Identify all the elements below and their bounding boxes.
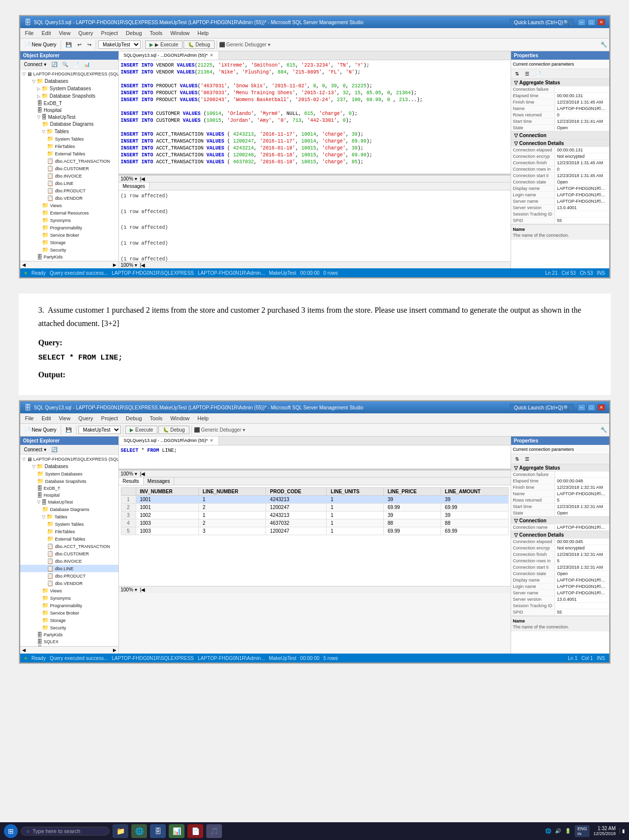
tree-server-2[interactable]: ▽ 🖥 LAPTOP-FHDG0N1R\SQLEXPRESS (SQL Serv… xyxy=(20,456,118,463)
menu-edit-1[interactable]: Edit xyxy=(38,29,54,37)
tree-db-diagrams[interactable]: 📁 Database Diagrams xyxy=(20,120,118,128)
menu-window-1[interactable]: Window xyxy=(167,29,192,37)
menu-tools-2[interactable]: Tools xyxy=(147,414,166,422)
connect-btn[interactable]: Connect ▾ xyxy=(22,61,48,68)
tree-exdb-2[interactable]: 🗄ExDB_T xyxy=(20,485,118,492)
tree-sec-db-2[interactable]: 📁Security xyxy=(20,624,118,631)
conn-details-header[interactable]: ▽ Connection Details xyxy=(511,140,609,147)
messages-tab-1[interactable]: Messages xyxy=(119,183,150,190)
tab-close-2[interactable]: ✕ xyxy=(210,438,214,443)
query-tab-2[interactable]: SQLQuery13.sql - ...DGON1R\Admin (55)* ✕ xyxy=(119,437,220,445)
menu-view-1[interactable]: View xyxy=(56,29,74,37)
menu-tools-1[interactable]: Tools xyxy=(147,29,166,37)
tree-synonyms-2[interactable]: 📁Synonyms xyxy=(20,594,118,602)
tree-file-t-2[interactable]: 📁FileTables xyxy=(20,528,118,535)
toolbar-save-2[interactable]: 💾 xyxy=(63,426,74,434)
debug-btn-1[interactable]: 🐛 Debug xyxy=(184,40,214,49)
taskbar-search[interactable]: ○ Type here to search xyxy=(21,827,110,836)
minimize-btn-2[interactable]: ─ xyxy=(578,404,586,411)
tree-tables[interactable]: ▽ 📁 Tables xyxy=(20,128,118,135)
taskbar-app-acrobat[interactable]: 📄 xyxy=(187,824,203,838)
prop-sort-btn-2[interactable]: ⇅ xyxy=(513,455,521,463)
tree-file-tables[interactable]: 📁 FileTables xyxy=(20,143,118,150)
tree-sys-dbs-2[interactable]: 📁System Databases xyxy=(20,470,118,477)
menu-project-2[interactable]: Project xyxy=(98,414,121,422)
conn-group-header-2[interactable]: ▽ Connection xyxy=(511,517,609,524)
database-selector-2[interactable]: MakeUpTest xyxy=(78,426,121,434)
close-btn-1[interactable]: ✕ xyxy=(597,19,605,26)
tree-prod-2[interactable]: 📋dbo.PRODUCT xyxy=(20,572,118,580)
menu-project-1[interactable]: Project xyxy=(98,29,121,37)
menu-query-2[interactable]: Query xyxy=(75,414,96,422)
tree-databases[interactable]: ▽ 📁 Databases xyxy=(20,77,118,85)
close-btn-2[interactable]: ✕ xyxy=(597,404,605,411)
sql-editor-2[interactable]: SELECT * FROM LINE; xyxy=(119,445,511,470)
tree-storage-2[interactable]: 📁Storage xyxy=(20,617,118,624)
conn-details-header-2[interactable]: ▽ Connection Details xyxy=(511,531,609,539)
taskbar-show-desktop[interactable]: ▮ xyxy=(620,828,625,834)
prop-cat-btn[interactable]: ☰ xyxy=(523,70,531,77)
query-tab-1[interactable]: SQLQuery13.sql - ...DGON1R\Admin (55)* ✕ xyxy=(119,51,220,60)
tree-hospital[interactable]: 🗄 Hospital xyxy=(20,107,118,113)
menu-file-2[interactable]: File xyxy=(22,414,37,422)
tree-hospital-2[interactable]: 🗄Hospital xyxy=(20,492,118,499)
tree-storage[interactable]: 📁 Storage xyxy=(20,239,118,246)
tree-customer[interactable]: 📋 dbo.CUSTOMER xyxy=(20,165,118,172)
tree-partykids[interactable]: 🗄 PartyKids xyxy=(20,254,118,260)
menu-query-1[interactable]: Query xyxy=(75,29,96,37)
maximize-btn-2[interactable]: □ xyxy=(588,404,595,411)
tree-synonyms[interactable]: 📁 Synonyms xyxy=(20,217,118,224)
taskbar-app-ssms[interactable]: 🗄 xyxy=(150,824,166,838)
menu-help-2[interactable]: Help xyxy=(194,414,212,422)
minimize-btn-1[interactable]: ─ xyxy=(578,19,586,26)
prop-sort-btn[interactable]: ⇅ xyxy=(513,70,521,77)
tree-sb-2[interactable]: 📁Service Broker xyxy=(20,609,118,617)
new-query-btn[interactable]: 📄 New Query xyxy=(22,40,59,49)
tree-sys-t-2[interactable]: 📁System Tables xyxy=(20,520,118,528)
tree-vend-2[interactable]: 📋dbo.VENDOR xyxy=(20,580,118,587)
start-button[interactable]: ⊞ xyxy=(4,824,18,838)
prop-cat-btn-2[interactable]: ☰ xyxy=(523,455,531,463)
new-query-oe[interactable]: 📄 xyxy=(71,61,81,68)
tree-tables-2[interactable]: ▽ 📁Tables xyxy=(20,513,118,520)
tree-db-snap-2[interactable]: 📁Database Snapshots xyxy=(20,477,118,485)
sql-editor-1[interactable]: INSERT INTO VENDOR VALUES(21225, 'iXtrem… xyxy=(119,60,511,175)
filter-btn[interactable]: 🔍 xyxy=(60,61,70,68)
tree-programmability[interactable]: 📁 Programmability xyxy=(20,224,118,231)
menu-edit-2[interactable]: Edit xyxy=(38,414,54,422)
menu-view-2[interactable]: View xyxy=(56,414,74,422)
debug-btn-2[interactable]: 🐛 Debug xyxy=(158,426,189,434)
tree-ext-resources[interactable]: 📁 External Resources xyxy=(20,209,118,217)
tree-line[interactable]: 📋 dbo.LINE xyxy=(20,180,118,187)
tree-views[interactable]: 📁 Views xyxy=(20,202,118,209)
tree-acct-trans[interactable]: 📋 dbo.ACCT_TRANSACTION xyxy=(20,157,118,165)
new-query-btn-2[interactable]: 📄 New Query xyxy=(22,426,59,434)
tree-views-2[interactable]: 📁Views xyxy=(20,587,118,594)
tree-makeuptest[interactable]: ▽ 🗄 MakeUpTest xyxy=(20,113,118,120)
tree-acct-t-2[interactable]: 📋dbo.ACCT_TRANSACTION xyxy=(20,543,118,550)
taskbar-app-chrome[interactable]: 🌐 xyxy=(131,824,147,838)
tab-close-1[interactable]: ✕ xyxy=(210,53,214,58)
tree-service-broker[interactable]: 📁 Service Broker xyxy=(20,231,118,239)
refresh-btn-2[interactable]: 🔄 xyxy=(49,446,59,453)
menu-help-1[interactable]: Help xyxy=(194,29,212,37)
quick-launch-2[interactable]: Quick Launch (Ctrl+Q) 🔍 xyxy=(510,404,574,411)
tree-vendor[interactable]: 📋 dbo.VENDOR xyxy=(20,194,118,202)
tree-product[interactable]: 📋 dbo.PRODUCT xyxy=(20,187,118,194)
execute-btn-2[interactable]: ▶ Execute xyxy=(125,426,157,434)
tree-sq-2[interactable]: 🗄SQLEX xyxy=(20,638,118,645)
menu-window-2[interactable]: Window xyxy=(167,414,192,422)
tree-makeuptest-2[interactable]: ▽ 🗄MakeUpTest xyxy=(20,499,118,506)
results-tab-2[interactable]: Results xyxy=(119,477,144,485)
tree-db-diag-2[interactable]: 📁Database Diagrams xyxy=(20,506,118,513)
tree-system-dbs[interactable]: ▷ 📁 System Databases xyxy=(20,85,118,92)
tree-security-db[interactable]: 📁 Security xyxy=(20,246,118,254)
execute-btn-1[interactable]: ▶ ▶ Execute xyxy=(145,40,183,49)
tree-inv-2[interactable]: 📋dbo.INVOICE xyxy=(20,557,118,565)
tree-sys-tables[interactable]: 📁 System Tables xyxy=(20,135,118,143)
tree-ext-tables[interactable]: 📁 External Tables xyxy=(20,150,118,157)
prop-page-btn[interactable]: 📄 xyxy=(533,70,543,77)
database-selector-1[interactable]: MakeUpTest xyxy=(98,40,141,49)
reports-btn[interactable]: 📊 xyxy=(82,61,92,68)
taskbar-app-explorer[interactable]: 📁 xyxy=(112,824,128,838)
